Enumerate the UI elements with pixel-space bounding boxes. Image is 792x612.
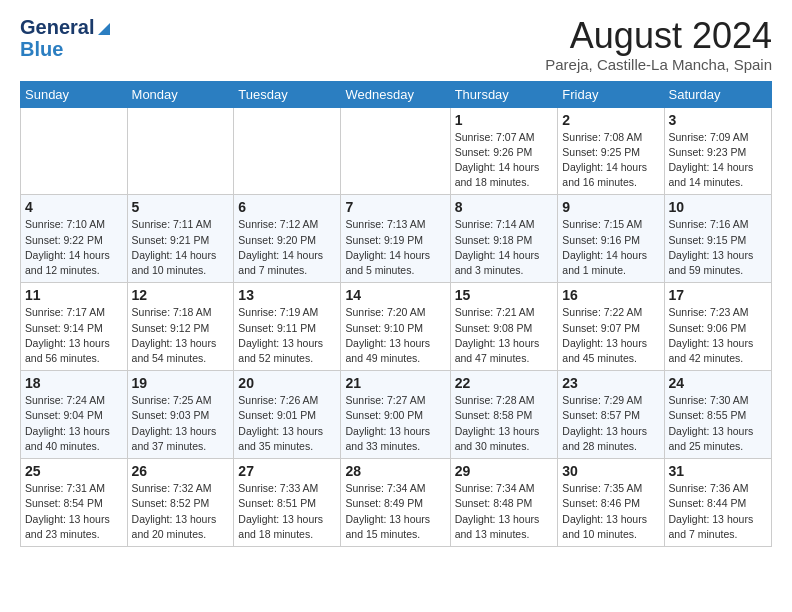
- day-header-sunday: Sunday: [21, 81, 128, 107]
- day-number: 28: [345, 463, 445, 479]
- day-number: 1: [455, 112, 554, 128]
- day-number: 25: [25, 463, 123, 479]
- day-header-saturday: Saturday: [664, 81, 771, 107]
- day-info: Sunrise: 7:28 AMSunset: 8:58 PMDaylight:…: [455, 393, 554, 454]
- day-info: Sunrise: 7:15 AMSunset: 9:16 PMDaylight:…: [562, 217, 659, 278]
- calendar-cell: 31Sunrise: 7:36 AMSunset: 8:44 PMDayligh…: [664, 459, 771, 547]
- day-header-tuesday: Tuesday: [234, 81, 341, 107]
- day-info: Sunrise: 7:14 AMSunset: 9:18 PMDaylight:…: [455, 217, 554, 278]
- day-number: 30: [562, 463, 659, 479]
- logo-blue: Blue: [20, 38, 63, 60]
- calendar-body: 1Sunrise: 7:07 AMSunset: 9:26 PMDaylight…: [21, 107, 772, 546]
- month-year-title: August 2024: [545, 16, 772, 56]
- day-info: Sunrise: 7:30 AMSunset: 8:55 PMDaylight:…: [669, 393, 767, 454]
- day-info: Sunrise: 7:12 AMSunset: 9:20 PMDaylight:…: [238, 217, 336, 278]
- day-number: 19: [132, 375, 230, 391]
- calendar-cell: 9Sunrise: 7:15 AMSunset: 9:16 PMDaylight…: [558, 195, 664, 283]
- day-number: 31: [669, 463, 767, 479]
- logo-general: General: [20, 16, 94, 38]
- calendar-cell: 25Sunrise: 7:31 AMSunset: 8:54 PMDayligh…: [21, 459, 128, 547]
- day-number: 12: [132, 287, 230, 303]
- day-number: 23: [562, 375, 659, 391]
- day-info: Sunrise: 7:23 AMSunset: 9:06 PMDaylight:…: [669, 305, 767, 366]
- calendar-cell: 3Sunrise: 7:09 AMSunset: 9:23 PMDaylight…: [664, 107, 771, 195]
- day-info: Sunrise: 7:34 AMSunset: 8:49 PMDaylight:…: [345, 481, 445, 542]
- day-number: 2: [562, 112, 659, 128]
- calendar-cell: 27Sunrise: 7:33 AMSunset: 8:51 PMDayligh…: [234, 459, 341, 547]
- day-info: Sunrise: 7:32 AMSunset: 8:52 PMDaylight:…: [132, 481, 230, 542]
- day-number: 6: [238, 199, 336, 215]
- day-number: 9: [562, 199, 659, 215]
- day-info: Sunrise: 7:34 AMSunset: 8:48 PMDaylight:…: [455, 481, 554, 542]
- day-info: Sunrise: 7:07 AMSunset: 9:26 PMDaylight:…: [455, 130, 554, 191]
- calendar-cell: 13Sunrise: 7:19 AMSunset: 9:11 PMDayligh…: [234, 283, 341, 371]
- day-number: 7: [345, 199, 445, 215]
- day-number: 21: [345, 375, 445, 391]
- day-number: 10: [669, 199, 767, 215]
- day-info: Sunrise: 7:11 AMSunset: 9:21 PMDaylight:…: [132, 217, 230, 278]
- calendar-cell: [234, 107, 341, 195]
- calendar-cell: 16Sunrise: 7:22 AMSunset: 9:07 PMDayligh…: [558, 283, 664, 371]
- calendar-cell: [127, 107, 234, 195]
- day-number: 5: [132, 199, 230, 215]
- calendar-cell: 4Sunrise: 7:10 AMSunset: 9:22 PMDaylight…: [21, 195, 128, 283]
- day-info: Sunrise: 7:36 AMSunset: 8:44 PMDaylight:…: [669, 481, 767, 542]
- calendar-cell: 15Sunrise: 7:21 AMSunset: 9:08 PMDayligh…: [450, 283, 558, 371]
- calendar-cell: 24Sunrise: 7:30 AMSunset: 8:55 PMDayligh…: [664, 371, 771, 459]
- day-number: 13: [238, 287, 336, 303]
- week-row-4: 18Sunrise: 7:24 AMSunset: 9:04 PMDayligh…: [21, 371, 772, 459]
- calendar-cell: 11Sunrise: 7:17 AMSunset: 9:14 PMDayligh…: [21, 283, 128, 371]
- calendar-cell: 22Sunrise: 7:28 AMSunset: 8:58 PMDayligh…: [450, 371, 558, 459]
- day-number: 11: [25, 287, 123, 303]
- calendar-cell: 26Sunrise: 7:32 AMSunset: 8:52 PMDayligh…: [127, 459, 234, 547]
- calendar-cell: 10Sunrise: 7:16 AMSunset: 9:15 PMDayligh…: [664, 195, 771, 283]
- day-number: 27: [238, 463, 336, 479]
- week-row-1: 1Sunrise: 7:07 AMSunset: 9:26 PMDaylight…: [21, 107, 772, 195]
- calendar-cell: 12Sunrise: 7:18 AMSunset: 9:12 PMDayligh…: [127, 283, 234, 371]
- day-header-thursday: Thursday: [450, 81, 558, 107]
- day-number: 20: [238, 375, 336, 391]
- day-info: Sunrise: 7:26 AMSunset: 9:01 PMDaylight:…: [238, 393, 336, 454]
- day-info: Sunrise: 7:16 AMSunset: 9:15 PMDaylight:…: [669, 217, 767, 278]
- calendar-cell: 20Sunrise: 7:26 AMSunset: 9:01 PMDayligh…: [234, 371, 341, 459]
- day-header-wednesday: Wednesday: [341, 81, 450, 107]
- day-number: 14: [345, 287, 445, 303]
- calendar-cell: 5Sunrise: 7:11 AMSunset: 9:21 PMDaylight…: [127, 195, 234, 283]
- calendar-cell: 21Sunrise: 7:27 AMSunset: 9:00 PMDayligh…: [341, 371, 450, 459]
- day-number: 3: [669, 112, 767, 128]
- week-row-5: 25Sunrise: 7:31 AMSunset: 8:54 PMDayligh…: [21, 459, 772, 547]
- calendar-cell: 19Sunrise: 7:25 AMSunset: 9:03 PMDayligh…: [127, 371, 234, 459]
- day-info: Sunrise: 7:24 AMSunset: 9:04 PMDaylight:…: [25, 393, 123, 454]
- day-header-monday: Monday: [127, 81, 234, 107]
- logo: General Blue: [20, 16, 113, 61]
- svg-marker-0: [98, 23, 110, 35]
- day-info: Sunrise: 7:10 AMSunset: 9:22 PMDaylight:…: [25, 217, 123, 278]
- day-info: Sunrise: 7:29 AMSunset: 8:57 PMDaylight:…: [562, 393, 659, 454]
- day-number: 16: [562, 287, 659, 303]
- day-info: Sunrise: 7:27 AMSunset: 9:00 PMDaylight:…: [345, 393, 445, 454]
- day-info: Sunrise: 7:09 AMSunset: 9:23 PMDaylight:…: [669, 130, 767, 191]
- logo-triangle-icon: [95, 19, 113, 37]
- day-info: Sunrise: 7:13 AMSunset: 9:19 PMDaylight:…: [345, 217, 445, 278]
- day-number: 18: [25, 375, 123, 391]
- day-number: 22: [455, 375, 554, 391]
- day-info: Sunrise: 7:35 AMSunset: 8:46 PMDaylight:…: [562, 481, 659, 542]
- calendar-cell: 7Sunrise: 7:13 AMSunset: 9:19 PMDaylight…: [341, 195, 450, 283]
- day-info: Sunrise: 7:17 AMSunset: 9:14 PMDaylight:…: [25, 305, 123, 366]
- week-row-2: 4Sunrise: 7:10 AMSunset: 9:22 PMDaylight…: [21, 195, 772, 283]
- title-area: August 2024 Pareja, Castille-La Mancha, …: [545, 16, 772, 73]
- day-info: Sunrise: 7:21 AMSunset: 9:08 PMDaylight:…: [455, 305, 554, 366]
- calendar-table: SundayMondayTuesdayWednesdayThursdayFrid…: [20, 81, 772, 547]
- day-info: Sunrise: 7:25 AMSunset: 9:03 PMDaylight:…: [132, 393, 230, 454]
- calendar-cell: [341, 107, 450, 195]
- day-number: 17: [669, 287, 767, 303]
- calendar-cell: 2Sunrise: 7:08 AMSunset: 9:25 PMDaylight…: [558, 107, 664, 195]
- calendar-cell: 1Sunrise: 7:07 AMSunset: 9:26 PMDaylight…: [450, 107, 558, 195]
- location-subtitle: Pareja, Castille-La Mancha, Spain: [545, 56, 772, 73]
- calendar-cell: 14Sunrise: 7:20 AMSunset: 9:10 PMDayligh…: [341, 283, 450, 371]
- week-row-3: 11Sunrise: 7:17 AMSunset: 9:14 PMDayligh…: [21, 283, 772, 371]
- calendar-cell: 17Sunrise: 7:23 AMSunset: 9:06 PMDayligh…: [664, 283, 771, 371]
- day-number: 15: [455, 287, 554, 303]
- calendar-cell: [21, 107, 128, 195]
- day-info: Sunrise: 7:19 AMSunset: 9:11 PMDaylight:…: [238, 305, 336, 366]
